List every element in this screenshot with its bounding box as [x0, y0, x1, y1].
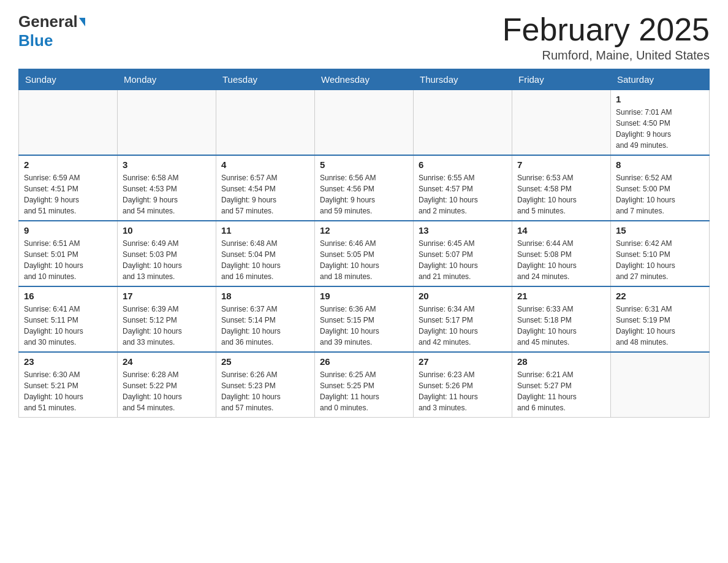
calendar-week-row: 9Sunrise: 6:51 AM Sunset: 5:01 PM Daylig…	[19, 221, 710, 286]
day-info: Sunrise: 6:23 AM Sunset: 5:26 PM Dayligh…	[419, 369, 507, 413]
day-number: 28	[517, 356, 605, 367]
calendar-cell: 4Sunrise: 6:57 AM Sunset: 4:54 PM Daylig…	[216, 155, 315, 221]
calendar-cell: 26Sunrise: 6:25 AM Sunset: 5:25 PM Dayli…	[315, 352, 414, 418]
day-info: Sunrise: 6:41 AM Sunset: 5:11 PM Dayligh…	[24, 304, 112, 348]
day-info: Sunrise: 6:51 AM Sunset: 5:01 PM Dayligh…	[24, 238, 112, 282]
day-number: 12	[320, 225, 408, 236]
location: Rumford, Maine, United States	[502, 48, 710, 63]
day-number: 23	[24, 356, 112, 367]
calendar-header-row: SundayMondayTuesdayWednesdayThursdayFrid…	[19, 69, 710, 90]
day-number: 25	[221, 356, 309, 367]
day-info: Sunrise: 6:33 AM Sunset: 5:18 PM Dayligh…	[517, 304, 605, 348]
calendar-cell: 20Sunrise: 6:34 AM Sunset: 5:17 PM Dayli…	[414, 286, 512, 352]
day-number: 9	[24, 225, 112, 236]
day-info: Sunrise: 6:48 AM Sunset: 5:04 PM Dayligh…	[221, 238, 309, 282]
day-info: Sunrise: 6:44 AM Sunset: 5:08 PM Dayligh…	[517, 238, 605, 282]
day-number: 18	[221, 291, 309, 301]
logo-arrow-icon	[79, 18, 85, 26]
calendar-week-row: 16Sunrise: 6:41 AM Sunset: 5:11 PM Dayli…	[19, 286, 710, 352]
calendar-cell: 5Sunrise: 6:56 AM Sunset: 4:56 PM Daylig…	[315, 155, 414, 221]
calendar-cell: 2Sunrise: 6:59 AM Sunset: 4:51 PM Daylig…	[19, 155, 118, 221]
weekday-header-wednesday: Wednesday	[315, 69, 414, 90]
day-number: 6	[419, 159, 507, 170]
calendar-cell	[118, 90, 216, 156]
weekday-header-monday: Monday	[118, 69, 216, 90]
day-info: Sunrise: 6:28 AM Sunset: 5:22 PM Dayligh…	[123, 369, 211, 413]
day-number: 3	[123, 159, 211, 170]
day-number: 7	[517, 159, 605, 170]
calendar-cell: 17Sunrise: 6:39 AM Sunset: 5:12 PM Dayli…	[118, 286, 216, 352]
day-number: 19	[320, 291, 408, 301]
day-info: Sunrise: 6:26 AM Sunset: 5:23 PM Dayligh…	[221, 369, 309, 413]
day-number: 20	[419, 291, 507, 301]
weekday-header-friday: Friday	[512, 69, 611, 90]
calendar-cell: 21Sunrise: 6:33 AM Sunset: 5:18 PM Dayli…	[512, 286, 611, 352]
weekday-header-saturday: Saturday	[611, 69, 710, 90]
day-number: 15	[616, 225, 704, 236]
day-info: Sunrise: 6:52 AM Sunset: 5:00 PM Dayligh…	[616, 172, 704, 216]
calendar-cell: 24Sunrise: 6:28 AM Sunset: 5:22 PM Dayli…	[118, 352, 216, 418]
weekday-header-tuesday: Tuesday	[216, 69, 315, 90]
calendar-table: SundayMondayTuesdayWednesdayThursdayFrid…	[18, 69, 710, 418]
calendar-cell: 7Sunrise: 6:53 AM Sunset: 4:58 PM Daylig…	[512, 155, 611, 221]
calendar-cell: 27Sunrise: 6:23 AM Sunset: 5:26 PM Dayli…	[414, 352, 512, 418]
day-number: 2	[24, 159, 112, 170]
logo-blue-text: Blue	[18, 31, 53, 50]
day-number: 4	[221, 159, 309, 170]
day-info: Sunrise: 6:37 AM Sunset: 5:14 PM Dayligh…	[221, 304, 309, 348]
calendar-cell	[611, 352, 710, 418]
calendar-cell	[19, 90, 118, 156]
day-info: Sunrise: 6:39 AM Sunset: 5:12 PM Dayligh…	[123, 304, 211, 348]
page-header: General Blue February 2025 Rumford, Main…	[18, 12, 710, 63]
day-info: Sunrise: 6:53 AM Sunset: 4:58 PM Dayligh…	[517, 172, 605, 216]
calendar-week-row: 23Sunrise: 6:30 AM Sunset: 5:21 PM Dayli…	[19, 352, 710, 418]
day-info: Sunrise: 6:25 AM Sunset: 5:25 PM Dayligh…	[320, 369, 408, 413]
weekday-header-sunday: Sunday	[19, 69, 118, 90]
day-info: Sunrise: 6:46 AM Sunset: 5:05 PM Dayligh…	[320, 238, 408, 282]
weekday-header-thursday: Thursday	[414, 69, 512, 90]
day-info: Sunrise: 6:56 AM Sunset: 4:56 PM Dayligh…	[320, 172, 408, 216]
day-info: Sunrise: 6:34 AM Sunset: 5:17 PM Dayligh…	[419, 304, 507, 348]
day-number: 27	[419, 356, 507, 367]
day-number: 26	[320, 356, 408, 367]
day-number: 13	[419, 225, 507, 236]
logo-general-text: General	[18, 12, 78, 31]
day-number: 17	[123, 291, 211, 301]
calendar-cell: 3Sunrise: 6:58 AM Sunset: 4:53 PM Daylig…	[118, 155, 216, 221]
calendar-cell	[315, 90, 414, 156]
day-info: Sunrise: 6:36 AM Sunset: 5:15 PM Dayligh…	[320, 304, 408, 348]
calendar-cell: 11Sunrise: 6:48 AM Sunset: 5:04 PM Dayli…	[216, 221, 315, 286]
calendar-cell: 9Sunrise: 6:51 AM Sunset: 5:01 PM Daylig…	[19, 221, 118, 286]
calendar-cell: 15Sunrise: 6:42 AM Sunset: 5:10 PM Dayli…	[611, 221, 710, 286]
day-number: 10	[123, 225, 211, 236]
day-number: 24	[123, 356, 211, 367]
calendar-cell: 16Sunrise: 6:41 AM Sunset: 5:11 PM Dayli…	[19, 286, 118, 352]
day-info: Sunrise: 6:21 AM Sunset: 5:27 PM Dayligh…	[517, 369, 605, 413]
calendar-cell: 12Sunrise: 6:46 AM Sunset: 5:05 PM Dayli…	[315, 221, 414, 286]
day-number: 16	[24, 291, 112, 301]
day-number: 11	[221, 225, 309, 236]
day-info: Sunrise: 6:30 AM Sunset: 5:21 PM Dayligh…	[24, 369, 112, 413]
calendar-cell: 22Sunrise: 6:31 AM Sunset: 5:19 PM Dayli…	[611, 286, 710, 352]
calendar-cell: 13Sunrise: 6:45 AM Sunset: 5:07 PM Dayli…	[414, 221, 512, 286]
calendar-cell: 18Sunrise: 6:37 AM Sunset: 5:14 PM Dayli…	[216, 286, 315, 352]
day-number: 22	[616, 291, 704, 301]
day-number: 14	[517, 225, 605, 236]
day-info: Sunrise: 6:58 AM Sunset: 4:53 PM Dayligh…	[123, 172, 211, 216]
logo: General Blue	[18, 12, 85, 50]
day-number: 5	[320, 159, 408, 170]
calendar-week-row: 2Sunrise: 6:59 AM Sunset: 4:51 PM Daylig…	[19, 155, 710, 221]
day-number: 8	[616, 159, 704, 170]
calendar-week-row: 1Sunrise: 7:01 AM Sunset: 4:50 PM Daylig…	[19, 90, 710, 156]
calendar-cell: 23Sunrise: 6:30 AM Sunset: 5:21 PM Dayli…	[19, 352, 118, 418]
month-title: February 2025	[502, 12, 710, 47]
day-info: Sunrise: 6:45 AM Sunset: 5:07 PM Dayligh…	[419, 238, 507, 282]
calendar-cell: 1Sunrise: 7:01 AM Sunset: 4:50 PM Daylig…	[611, 90, 710, 156]
day-info: Sunrise: 6:57 AM Sunset: 4:54 PM Dayligh…	[221, 172, 309, 216]
calendar-cell: 14Sunrise: 6:44 AM Sunset: 5:08 PM Dayli…	[512, 221, 611, 286]
day-info: Sunrise: 6:31 AM Sunset: 5:19 PM Dayligh…	[616, 304, 704, 348]
day-info: Sunrise: 6:55 AM Sunset: 4:57 PM Dayligh…	[419, 172, 507, 216]
calendar-cell	[512, 90, 611, 156]
day-number: 21	[517, 291, 605, 301]
calendar-cell: 19Sunrise: 6:36 AM Sunset: 5:15 PM Dayli…	[315, 286, 414, 352]
